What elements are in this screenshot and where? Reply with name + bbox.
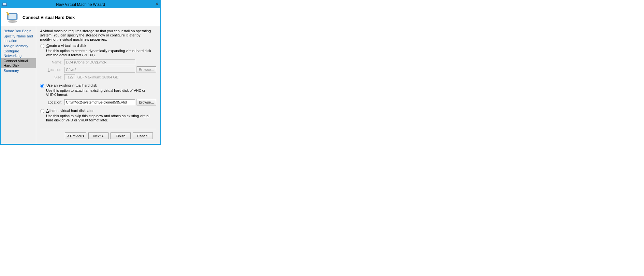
svg-point-4 (8, 21, 17, 22)
sidebar-item-assign-memory[interactable]: Assign Memory (1, 43, 36, 48)
svg-rect-3 (8, 14, 16, 19)
name-label: Name: (46, 60, 64, 64)
sidebar-item-name-location[interactable]: Specify Name and Location (1, 34, 36, 43)
location-input (64, 67, 135, 73)
option-create-vhd[interactable]: Create a virtual hard disk (40, 44, 156, 48)
size-input (64, 74, 75, 80)
attach-later-help: Use this option to skip this step now an… (46, 114, 156, 122)
name-input (64, 59, 135, 65)
radio-attach-later-label: Attach a virtual hard disk later (46, 109, 94, 113)
option-attach-later[interactable]: Attach a virtual hard disk later (40, 109, 156, 113)
content-panel: A virtual machine requires storage so th… (36, 26, 160, 144)
window-title: New Virtual Machine Wizard (56, 2, 105, 7)
sidebar-item-connect-virtual-hard-disk[interactable]: Connect Virtual Hard Disk (1, 58, 36, 68)
create-fieldset: Name: Location: Browse... Size: GB (Maxi… (46, 59, 156, 80)
radio-existing[interactable] (40, 84, 44, 88)
existing-fieldset: Location: Browse... (46, 99, 156, 105)
radio-attach-later[interactable] (40, 109, 44, 113)
next-button[interactable]: Next > (88, 132, 109, 139)
vm-icon (6, 11, 20, 23)
wizard-window: New Virtual Machine Wizard × Connect Vir… (0, 0, 161, 145)
browse-existing-button[interactable]: Browse... (137, 99, 156, 105)
option-existing-vhd[interactable]: Use an existing virtual hard disk (40, 83, 156, 88)
intro-text: A virtual machine requires storage so th… (40, 29, 156, 42)
existing-location-input[interactable] (64, 99, 135, 105)
svg-rect-1 (3, 3, 7, 5)
finish-button[interactable]: Finish (110, 132, 131, 139)
cancel-button[interactable]: Cancel (133, 132, 153, 139)
size-suffix: GB (Maximum: 16384 GB) (77, 75, 120, 79)
radio-create[interactable] (40, 44, 44, 48)
browse-create-button: Browse... (137, 66, 156, 73)
previous-button[interactable]: < Previous (65, 132, 86, 139)
size-label: Size: (46, 75, 64, 79)
footer-buttons: < Previous Next > Finish Cancel (40, 129, 156, 143)
existing-location-label: Location: (46, 100, 64, 104)
create-help: Use this option to create a dynamically … (46, 49, 156, 57)
wizard-body: Before You Begin Specify Name and Locati… (1, 26, 160, 144)
wizard-header: Connect Virtual Hard Disk (1, 8, 160, 26)
sidebar: Before You Begin Specify Name and Locati… (1, 26, 36, 144)
sidebar-item-configure-networking[interactable]: Configure Networking (1, 48, 36, 58)
location-label: Location: (46, 68, 64, 72)
sidebar-item-before-you-begin[interactable]: Before You Begin (1, 28, 36, 34)
sidebar-item-summary[interactable]: Summary (1, 68, 36, 73)
close-icon[interactable]: × (155, 1, 158, 7)
titlebar[interactable]: New Virtual Machine Wizard × (1, 1, 160, 8)
radio-create-label: Create a virtual hard disk (46, 44, 86, 48)
app-icon (2, 2, 7, 7)
radio-existing-label: Use an existing virtual hard disk (46, 83, 97, 87)
page-title: Connect Virtual Hard Disk (22, 15, 75, 20)
existing-help: Use this option to attach an existing vi… (46, 89, 156, 97)
